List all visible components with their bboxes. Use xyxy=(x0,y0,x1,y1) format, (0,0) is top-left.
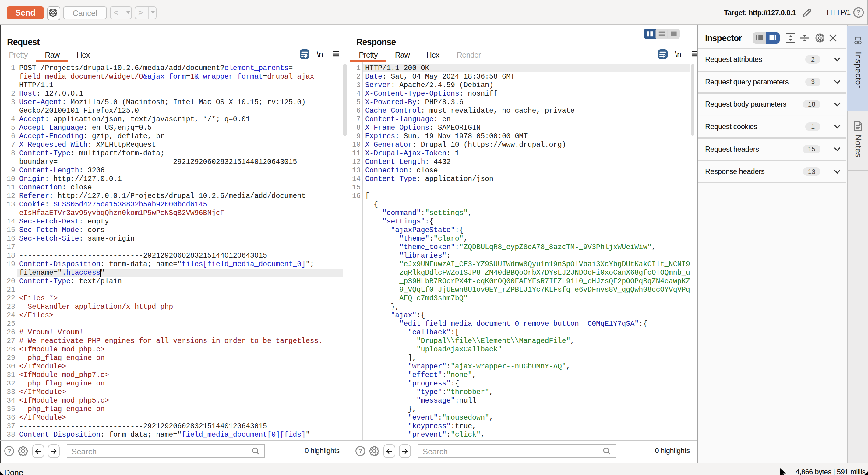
svg-text:?: ? xyxy=(7,448,11,455)
svg-text:?: ? xyxy=(359,448,363,455)
svg-text:?: ? xyxy=(857,8,861,17)
